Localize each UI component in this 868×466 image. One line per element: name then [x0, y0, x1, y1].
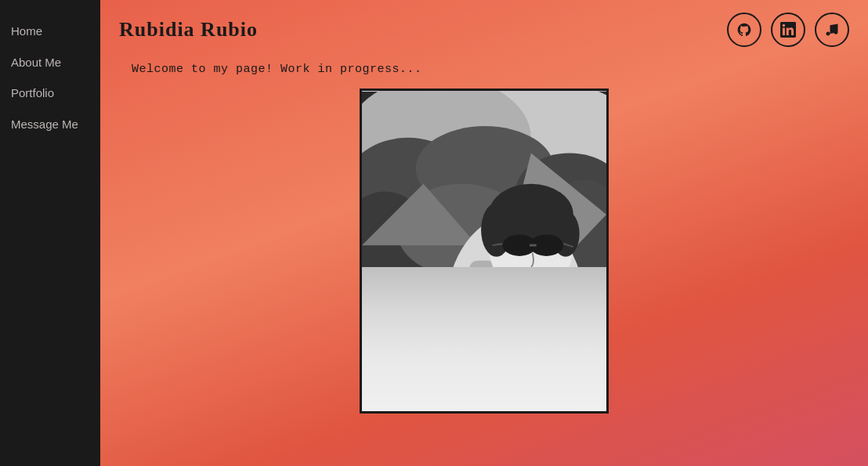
svg-rect-13 [476, 269, 485, 338]
main-content: Rubidia Rubio Welcome to my pag [100, 0, 868, 466]
github-icon [736, 22, 752, 38]
music-icon [824, 22, 840, 38]
welcome-message: Welcome to my page! Work in progress... [100, 55, 868, 89]
social-icons [727, 13, 849, 47]
github-icon-button[interactable] [727, 13, 761, 47]
svg-point-23 [447, 353, 523, 412]
photo-svg [362, 91, 606, 411]
svg-rect-12 [469, 261, 530, 345]
svg-point-26 [541, 355, 606, 411]
linkedin-icon [780, 22, 796, 38]
svg-point-25 [458, 322, 512, 360]
svg-point-27 [577, 387, 606, 411]
profile-photo-frame [360, 89, 609, 414]
svg-point-24 [458, 326, 512, 387]
linkedin-icon-button[interactable] [771, 13, 805, 47]
page-header: Rubidia Rubio [100, 0, 868, 55]
sidebar-item-portfolio[interactable]: Portfolio [0, 78, 100, 109]
profile-photo [362, 91, 606, 411]
sidebar-item-about-me[interactable]: About Me [0, 47, 100, 78]
site-title: Rubidia Rubio [119, 18, 258, 42]
sidebar: Home About Me Portfolio Message Me [0, 0, 100, 466]
photo-container [100, 89, 868, 466]
sidebar-item-message-me[interactable]: Message Me [0, 109, 100, 140]
other-icon-button[interactable] [815, 13, 849, 47]
sidebar-item-home[interactable]: Home [0, 16, 100, 47]
